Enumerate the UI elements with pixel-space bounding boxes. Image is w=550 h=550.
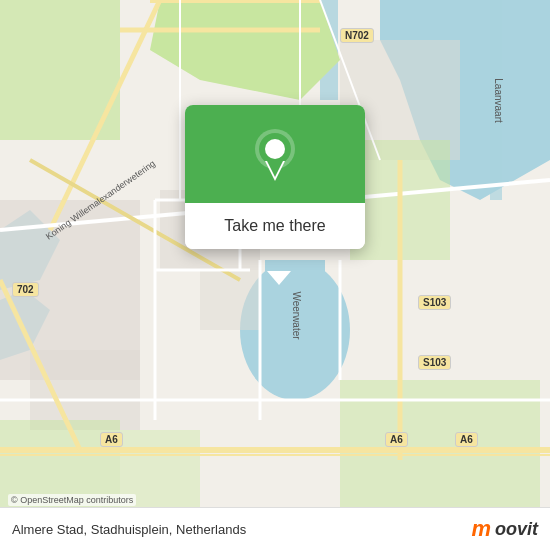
badge-s103-bot: S103 [418, 355, 451, 370]
road-label-laanvaart: Laanvaart [493, 78, 504, 122]
badge-a6-right1: A6 [385, 432, 408, 447]
badge-702-left: 702 [12, 282, 39, 297]
map-pin-icon [253, 129, 297, 183]
moovit-m: m [471, 516, 491, 542]
badge-a6-right2: A6 [455, 432, 478, 447]
popup-green-area [185, 105, 365, 203]
popup-arrow [267, 271, 291, 285]
badge-a6-left: A6 [100, 432, 123, 447]
svg-rect-9 [30, 350, 140, 430]
badge-s103-top: S103 [418, 295, 451, 310]
svg-rect-11 [200, 270, 260, 330]
road-label-weerwater: Weerwater [291, 291, 302, 339]
bottom-bar: Almere Stad, Stadhuisplein, Netherlands … [0, 507, 550, 550]
take-me-there-button[interactable]: Take me there [185, 203, 365, 249]
map-container: N702 N702 702 A6 A6 A6 S103 S103 Koning … [0, 0, 550, 550]
popup-card: Take me there [185, 105, 365, 249]
moovit-wordmark: oovit [495, 519, 538, 540]
svg-point-40 [265, 139, 285, 159]
moovit-logo: moovit [471, 516, 538, 542]
location-text: Almere Stad, Stadhuisplein, Netherlands [12, 522, 246, 537]
osm-credit: © OpenStreetMap contributors [8, 494, 136, 506]
badge-n702-top: N702 [340, 28, 374, 43]
